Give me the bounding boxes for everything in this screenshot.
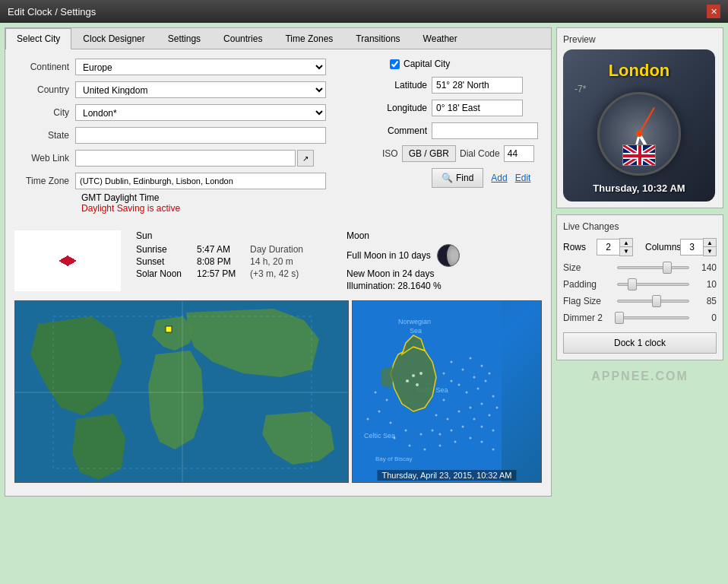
tab-clock-designer[interactable]: Clock Designer: [71, 28, 156, 49]
svg-point-38: [435, 414, 438, 417]
iso-label: ISO: [382, 148, 398, 159]
cols-up-btn[interactable]: ▲: [704, 239, 716, 247]
tab-countries[interactable]: Countries: [212, 28, 274, 49]
svg-point-47: [378, 411, 381, 413]
gmt-section: GMT Daylight Time Daylight Saving is act…: [81, 192, 367, 214]
svg-point-59: [394, 437, 396, 440]
svg-point-56: [473, 418, 476, 421]
svg-point-33: [466, 392, 468, 394]
sun-data: Sun Sunrise 5:47 AM Day Duration Sunset …: [136, 230, 331, 293]
longitude-input[interactable]: [432, 100, 523, 116]
day-duration-val: 14 h, 20 m: [250, 256, 293, 267]
longitude-label: Longitude: [382, 103, 432, 113]
country-select[interactable]: United Kingdom: [75, 81, 326, 98]
longitude-row: Longitude: [382, 100, 542, 116]
tab-select-city[interactable]: Select City: [5, 28, 71, 49]
rows-spinbox[interactable]: ▲ ▼: [597, 238, 633, 256]
svg-line-2: [14, 230, 121, 291]
cols-down-btn[interactable]: ▼: [704, 247, 716, 256]
country-row: Country United Kingdom: [14, 81, 367, 98]
watermark: APPNEE.COM: [556, 367, 723, 386]
maps-area: London: [14, 300, 542, 487]
tab-transitions[interactable]: Transitions: [344, 28, 411, 49]
continent-select[interactable]: Europe: [75, 59, 326, 75]
add-btn[interactable]: Add: [491, 173, 507, 183]
svg-line-1: [14, 230, 121, 291]
solar-noon-extra: (+3 m, 42 s): [250, 268, 299, 279]
gmt-text: GMT Daylight Time: [81, 192, 159, 203]
tab-settings[interactable]: Settings: [157, 28, 212, 49]
svg-point-57: [481, 426, 483, 428]
info-section: Sun Sunrise 5:47 AM Day Duration Sunset …: [14, 224, 542, 293]
svg-point-20: [406, 379, 409, 382]
svg-point-27: [473, 376, 476, 379]
latitude-label: Latitude: [382, 80, 432, 90]
continent-row: Continent Europe: [14, 59, 367, 75]
svg-point-26: [470, 357, 472, 360]
rows-down-btn[interactable]: ▼: [620, 247, 632, 256]
moon-phase-icon: [437, 244, 460, 267]
size-slider[interactable]: [617, 266, 689, 269]
city-select[interactable]: London*: [75, 104, 326, 121]
form-area: Continent Europe Country United Kingdom: [14, 59, 542, 217]
world-map: London: [14, 300, 349, 483]
tab-time-zones[interactable]: Time Zones: [274, 28, 344, 49]
svg-point-52: [432, 430, 434, 432]
tab-weather[interactable]: Weather: [412, 28, 469, 49]
main-container: Select City Clock Designer Settings Coun…: [0, 23, 728, 501]
capital-city-checkbox[interactable]: [390, 59, 400, 69]
dock-clock-btn[interactable]: Dock 1 clock: [563, 332, 717, 354]
clock-center: [636, 131, 642, 137]
state-label: State: [14, 130, 75, 141]
close-button[interactable]: ✕: [707, 5, 720, 18]
weblink-input[interactable]: [75, 150, 296, 167]
flag-size-slider[interactable]: [617, 300, 689, 303]
clock-datetime: Thursday, 10:32 AM: [593, 182, 685, 194]
svg-point-31: [443, 373, 445, 375]
dial-code-input[interactable]: [504, 145, 534, 162]
day-duration-label: Day Duration: [250, 244, 303, 255]
svg-point-51: [420, 433, 423, 436]
rows-up-btn[interactable]: ▲: [620, 239, 632, 247]
preview-label: Preview: [563, 34, 717, 45]
dimmer-slider[interactable]: [617, 316, 689, 319]
iso-btn[interactable]: GB / GBR: [402, 145, 456, 162]
svg-rect-75: [623, 154, 656, 157]
uk-flag: [14, 230, 121, 291]
svg-point-22: [416, 383, 419, 386]
padding-row: Padding 10: [563, 279, 717, 290]
tab-content: Continent Europe Country United Kingdom: [5, 49, 551, 496]
svg-point-32: [451, 380, 453, 382]
rows-input[interactable]: [597, 239, 619, 256]
svg-rect-7: [61, 230, 74, 291]
weblink-open-btn[interactable]: ↗: [297, 150, 314, 167]
cols-input[interactable]: [680, 239, 703, 256]
live-changes-section: Live Changes Rows ▲ ▼ Columns ▲ ▼: [556, 214, 723, 360]
padding-slider[interactable]: [617, 283, 689, 286]
svg-point-61: [424, 449, 426, 451]
sunrise-label: Sunrise: [136, 244, 197, 255]
find-btn[interactable]: 🔍 Find: [432, 168, 483, 188]
timezone-input[interactable]: [75, 173, 326, 189]
city-row: City London*: [14, 104, 367, 121]
latitude-input[interactable]: [432, 77, 523, 94]
left-panel: Select City Clock Designer Settings Coun…: [5, 27, 552, 497]
svg-point-28: [458, 384, 461, 386]
weblink-row: Web Link ↗: [14, 150, 367, 167]
svg-text:Bay of Biscay: Bay of Biscay: [375, 455, 412, 462]
svg-point-43: [489, 414, 491, 417]
clock-preview: London -7*: [563, 49, 715, 202]
comment-input[interactable]: [432, 122, 538, 139]
form-right: Capital City Latitude Longitude Comment: [382, 59, 542, 217]
svg-point-64: [470, 437, 472, 440]
svg-point-53: [439, 433, 442, 436]
svg-point-44: [496, 407, 499, 409]
city-label: City: [14, 107, 75, 118]
iso-row: ISO GB / GBR Dial Code: [382, 145, 542, 162]
state-input[interactable]: [75, 127, 326, 144]
sunset-val: 8:08 PM: [197, 256, 250, 267]
second-hand: [638, 107, 655, 135]
edit-btn[interactable]: Edit: [515, 173, 531, 183]
svg-point-54: [451, 430, 453, 432]
cols-spinbox[interactable]: ▲ ▼: [680, 238, 717, 256]
